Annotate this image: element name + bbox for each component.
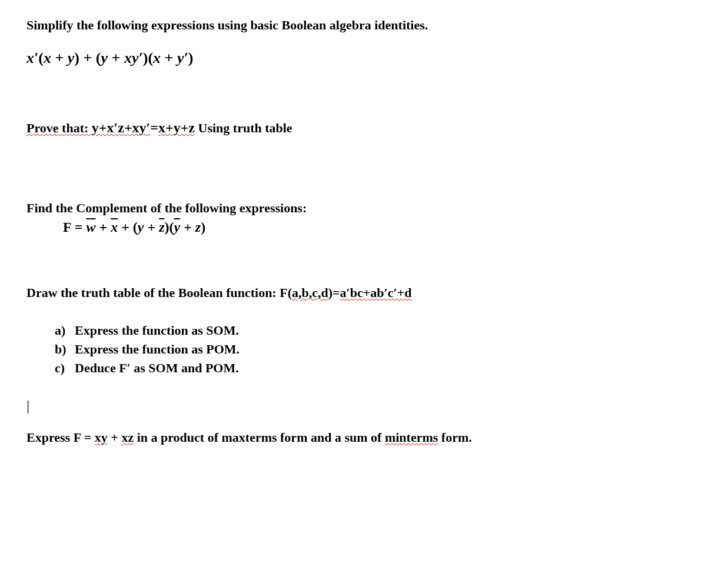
expr-part: + xyxy=(108,49,124,66)
q5-prefix: Express F = xyxy=(26,430,95,445)
z-var: z xyxy=(159,219,164,235)
q2-eq: = xyxy=(150,120,158,135)
that-word: that: xyxy=(59,121,92,135)
list-text: Express the function as POM. xyxy=(75,342,240,356)
list-item: b)Express the function as POM. xyxy=(55,340,702,359)
q4-mid: )= xyxy=(328,285,340,300)
expr-part: + xyxy=(51,49,68,66)
q5-minterms: minterms xyxy=(385,430,438,445)
q5-mid: in a product of maxterms form and a sum … xyxy=(134,430,385,445)
x-bar: x xyxy=(111,219,118,235)
expr-part: + xyxy=(144,219,159,235)
y-var2: y xyxy=(174,219,181,235)
q4-rhs: a′bc+ab′c′+d xyxy=(340,285,412,300)
x-var: x xyxy=(111,219,118,235)
y-var: y xyxy=(138,219,144,235)
expr-part: + xyxy=(180,219,195,235)
expr-part: x xyxy=(153,49,161,66)
expr-part: + ( xyxy=(118,219,138,235)
z-var2: z xyxy=(195,219,201,235)
q4-prefix: Draw the truth table of the Boolean func… xyxy=(26,285,292,300)
q4-args: a,b,c,d xyxy=(292,285,328,300)
expr-part: y xyxy=(101,49,108,66)
expr-part: )( xyxy=(143,49,153,66)
w-var: w xyxy=(86,219,95,235)
q2-lhs: y+x′z+xy′ xyxy=(92,120,151,135)
list-marker: b) xyxy=(55,340,75,359)
q5-xz: xz xyxy=(121,430,134,445)
expr-part: ) + ( xyxy=(74,49,101,66)
q5-plus: + xyxy=(108,430,122,445)
y-bar: y xyxy=(174,219,181,235)
q2-rhs: x+y+z xyxy=(158,120,195,135)
expr-part: x xyxy=(44,49,51,66)
expr-part: + xyxy=(95,219,111,235)
prove-word: Prove xyxy=(26,121,59,135)
expr-part: )( xyxy=(165,219,174,235)
expr-part: + xyxy=(161,49,177,66)
q5-suffix: form. xyxy=(438,430,471,445)
expr-part: xy′ xyxy=(124,49,143,66)
text-cursor: | xyxy=(26,398,702,413)
expr-part: y′ xyxy=(177,49,188,66)
list-text: Deduce F′ as SOM and POM. xyxy=(75,361,239,375)
list-marker: a) xyxy=(55,321,75,340)
expr-part: ) xyxy=(201,219,205,235)
list-item: c)Deduce F′ as SOM and POM. xyxy=(55,359,702,378)
q5-line: Express F = xy + xz in a product of maxt… xyxy=(26,430,702,445)
q4-heading: Draw the truth table of the Boolean func… xyxy=(26,285,702,301)
expr-part: F = xyxy=(63,219,86,235)
q1-heading: Simplify the following expressions using… xyxy=(26,18,702,33)
q2-using: Using truth table xyxy=(195,121,292,135)
q1-expression: x′(x + y) + (y + xy′)(x + y′) xyxy=(26,49,702,67)
q3-expression: F = w + x + (y + z)(y + z) xyxy=(63,219,702,235)
q5-xy: xy xyxy=(95,430,108,445)
q2-prove-line: Prove that: y+x′z+xy′=x+y+z Using truth … xyxy=(26,120,702,136)
expr-part: x′ xyxy=(26,49,38,66)
q3-heading: Find the Complement of the following exp… xyxy=(26,201,702,216)
list-item: a)Express the function as SOM. xyxy=(55,321,702,340)
expr-part: ( xyxy=(38,49,44,66)
w-bar: w xyxy=(86,219,95,235)
list-marker: c) xyxy=(55,359,75,378)
z-bar: z xyxy=(159,219,164,235)
expr-part: ) xyxy=(188,49,194,66)
expr-part: y xyxy=(68,49,75,66)
list-text: Express the function as SOM. xyxy=(75,323,239,338)
q4-list: a)Express the function as SOM. b)Express… xyxy=(55,321,702,378)
